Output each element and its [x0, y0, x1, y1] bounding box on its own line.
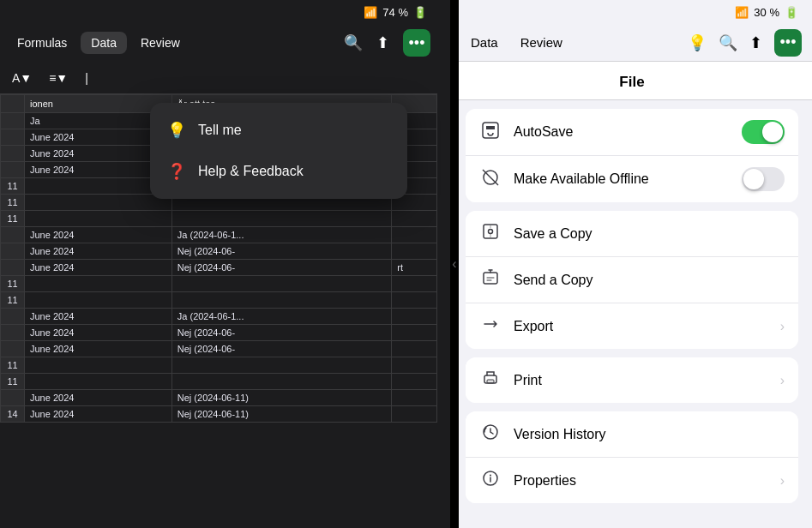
- help-feedback-label: Help & Feedback: [198, 164, 304, 179]
- menu-section-1: AutoSave Make Available Offline: [466, 109, 798, 202]
- print-icon: [479, 369, 502, 392]
- status-bar-right: 📶 30 % 🔋: [452, 0, 812, 24]
- print-label: Print: [514, 373, 768, 388]
- search-button-left[interactable]: 🔍: [344, 33, 363, 52]
- status-bar-left: 📶 74 % 🔋: [0, 0, 437, 24]
- panel-divider: ‹: [450, 0, 459, 528]
- save-copy-icon: [479, 222, 502, 245]
- save-copy-label: Save a Copy: [514, 226, 785, 242]
- file-menu-title: File: [452, 62, 812, 100]
- svg-rect-6: [487, 380, 494, 383]
- table-row: June 2024 Nej (2024-06-: [1, 341, 437, 357]
- toolbar-right: Data Review 💡 🔍 ⬆ •••: [452, 24, 812, 62]
- lightbulb-icon: 💡: [167, 121, 186, 140]
- version-history-label: Version History: [514, 427, 785, 442]
- offline-label: Make Available Offline: [514, 171, 730, 187]
- properties-chevron-icon: ›: [780, 473, 785, 489]
- offline-toggle[interactable]: [742, 167, 785, 191]
- left-panel: 📶 74 % 🔋 Formulas Data Review 🔍 ⬆ ••• A▼…: [0, 0, 437, 528]
- toolbar-left: Formulas Data Review 🔍 ⬆ •••: [0, 24, 437, 62]
- col-header-0: [1, 95, 25, 113]
- table-row: June 2024 Nej (2024-06-: [1, 243, 437, 260]
- properties-item[interactable]: Properties ›: [466, 458, 798, 503]
- table-row: 14 June 2024 Nej (2024-06-11): [1, 406, 437, 423]
- table-row: 11: [1, 357, 437, 374]
- tab-review-left[interactable]: Review: [130, 32, 190, 54]
- border-button[interactable]: |: [80, 69, 93, 87]
- file-menu-panel: File AutoSave: [452, 62, 812, 528]
- tell-me-label: Tell me: [198, 123, 242, 138]
- chevron-icon: ‹: [452, 256, 456, 272]
- alignment-button[interactable]: ≡▼: [44, 69, 73, 87]
- wifi-icon-left: 📶: [364, 6, 377, 19]
- autosave-toggle[interactable]: [742, 120, 785, 144]
- search-button-right[interactable]: 🔍: [719, 33, 737, 52]
- battery-pct-left: 74 %: [382, 6, 408, 19]
- tab-data-left[interactable]: Data: [81, 32, 127, 54]
- help-icon: ❓: [167, 162, 186, 181]
- menu-section-4: Version History Properties ›: [466, 411, 798, 503]
- svg-point-3: [489, 230, 493, 234]
- export-label: Export: [514, 319, 768, 334]
- offline-item[interactable]: Make Available Offline: [466, 156, 798, 202]
- battery-pct-right: 30 %: [754, 6, 779, 19]
- print-item[interactable]: Print ›: [466, 357, 798, 403]
- autosave-icon: [479, 121, 502, 144]
- version-history-item[interactable]: Version History: [466, 411, 798, 458]
- formatting-bar: A▼ ≡▼ |: [0, 62, 437, 94]
- table-row: June 2024 Nej (2024-06-11): [1, 390, 437, 406]
- history-icon: [479, 423, 502, 446]
- export-icon: [479, 315, 502, 338]
- toolbar-icons-left: 🔍 ⬆ •••: [344, 29, 430, 57]
- print-chevron-icon: ›: [780, 373, 785, 388]
- font-color-button[interactable]: A▼: [7, 69, 37, 87]
- send-copy-item[interactable]: Send a Copy: [466, 257, 798, 303]
- properties-label: Properties: [514, 473, 768, 489]
- share-button-right[interactable]: ⬆: [749, 33, 762, 52]
- tell-me-item[interactable]: 💡 Tell me: [150, 110, 407, 151]
- tab-formulas[interactable]: Formulas: [7, 32, 77, 54]
- menu-section-3: Print ›: [466, 357, 798, 403]
- lightbulb-button-right[interactable]: 💡: [688, 33, 707, 52]
- save-copy-item[interactable]: Save a Copy: [466, 211, 798, 257]
- battery-icon-right: 🔋: [785, 6, 798, 19]
- svg-point-10: [490, 475, 491, 477]
- send-copy-icon: [479, 268, 502, 291]
- dropdown-menu: 💡 Tell me ❓ Help & Feedback: [150, 103, 407, 199]
- table-row: 11: [1, 211, 437, 227]
- autosave-toggle-knob: [762, 122, 783, 142]
- more-button-left[interactable]: •••: [403, 29, 430, 57]
- send-copy-label: Send a Copy: [514, 273, 785, 288]
- offline-toggle-knob: [743, 169, 764, 189]
- tab-data-right[interactable]: Data: [462, 31, 507, 54]
- table-row: 11: [1, 276, 437, 292]
- right-panel: 📶 30 % 🔋 Data Review 💡 🔍 ⬆ ••• File: [452, 0, 812, 528]
- toolbar-icons-right: 💡 🔍 ⬆ •••: [688, 29, 802, 57]
- battery-icon-left: 🔋: [413, 6, 427, 19]
- share-button-left[interactable]: ⬆: [376, 33, 389, 52]
- export-chevron-icon: ›: [780, 319, 785, 334]
- tab-review-right[interactable]: Review: [512, 31, 571, 54]
- table-row: June 2024 Nej (2024-06- rt: [1, 260, 437, 276]
- table-row: June 2024 Nej (2024-06-: [1, 325, 437, 341]
- table-row: June 2024 Ja (2024-06-1...: [1, 309, 437, 325]
- table-row: 11: [1, 374, 437, 390]
- menu-section-2: Save a Copy Send a Copy: [466, 211, 798, 349]
- export-item[interactable]: Export ›: [466, 303, 798, 349]
- autosave-item[interactable]: AutoSave: [466, 109, 798, 156]
- more-button-right[interactable]: •••: [774, 29, 802, 57]
- help-feedback-item[interactable]: ❓ Help & Feedback: [150, 151, 407, 192]
- autosave-label: AutoSave: [514, 124, 730, 140]
- properties-icon: [479, 469, 502, 492]
- table-row: 11: [1, 292, 437, 309]
- offline-icon: [479, 168, 502, 191]
- wifi-icon-right: 📶: [735, 6, 749, 19]
- table-row: June 2024 Ja (2024-06-1...: [1, 227, 437, 243]
